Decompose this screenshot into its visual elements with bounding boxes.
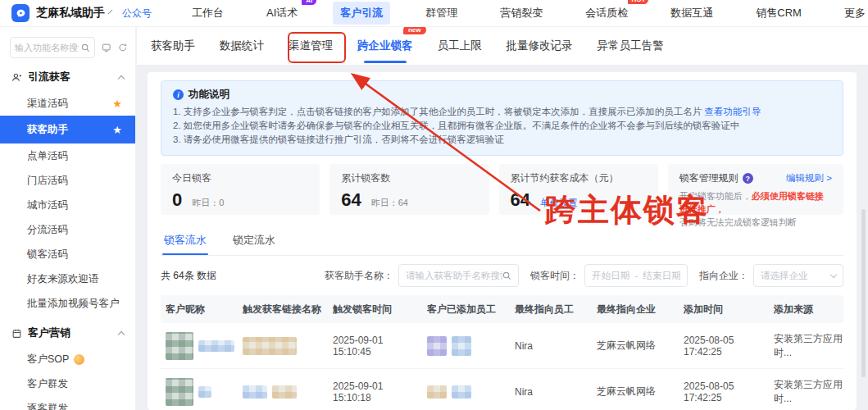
final-company: 芝麻云帆网络	[592, 339, 679, 353]
star-icon[interactable]: ★	[112, 98, 122, 110]
chevron-down-icon	[830, 271, 837, 277]
hot-badge: HOT	[628, 0, 648, 4]
brand-caret-icon[interactable]	[108, 10, 113, 15]
sidebar-section-acquisition[interactable]: 引流获客	[0, 63, 135, 91]
tab-batch-modify-records[interactable]: 批量修改记录	[507, 34, 573, 58]
filter-bar: 共 64条 数据 获客助手名称： 锁客时间： 指向企业： 请选择企业	[161, 264, 843, 287]
col-added-staff: 客户已添加员工	[422, 303, 510, 317]
col-add-time: 添加时间	[679, 303, 769, 317]
nav-marketing-fission[interactable]: 营销裂变	[493, 2, 550, 25]
date-range-picker[interactable]	[584, 264, 688, 287]
nav-more[interactable]: 更多	[837, 2, 868, 25]
stat-card-today-locked: 今日锁客 0昨日：0	[161, 164, 320, 215]
filter-label: 锁客时间：	[530, 269, 579, 283]
calendar-icon	[11, 328, 22, 339]
question-badge-icon[interactable]: ?	[743, 173, 753, 184]
date-range-input[interactable]	[592, 271, 680, 280]
sidebar-item-acquisition-assistant[interactable]: 获客助手★	[0, 116, 135, 144]
add-source: 安装第三方应用时...	[769, 332, 843, 360]
vertical-scrollbar[interactable]	[861, 209, 866, 377]
added-staff-blur	[452, 336, 471, 356]
subtab-locked-flow[interactable]: 锁定流水	[231, 228, 277, 255]
chevron-up-icon	[118, 75, 125, 81]
sidebar-search-row	[10, 37, 127, 58]
assistant-name-input[interactable]	[406, 271, 502, 280]
assistant-name-search-box[interactable]	[398, 264, 519, 287]
feature-guide-link[interactable]: 查看功能引导	[705, 107, 761, 116]
sidebar-item-customer-broadcast[interactable]: 客户群发	[0, 371, 135, 396]
nav-customer-acquisition[interactable]: 客户引流	[333, 2, 390, 25]
top-navigation-bar: 芝麻私域助手 公众号 工作台 AI话术AI 客户引流 群管理 营销裂变 会话质检…	[0, 0, 868, 27]
table-row[interactable]: 2025-09-01 15:10:45 Nira 芝麻云帆网络 2025-08-…	[161, 323, 843, 369]
sidebar-item-split-code[interactable]: 分流活码	[0, 217, 135, 242]
sidebar-item-batch-video-customer[interactable]: 批量添加视频号客户	[0, 291, 135, 316]
table-row[interactable]: 2025-09-01 15:10:18 Nira 芝麻云帆网络 2025-08-…	[161, 369, 843, 410]
sidebar-item-friend-welcome[interactable]: 好友来源欢迎语	[0, 266, 135, 291]
sidebar-item-channel-code[interactable]: 渠道活码★	[0, 91, 135, 116]
tab-data-statistics[interactable]: 数据统计	[220, 34, 264, 58]
subtab-lock-flow[interactable]: 锁客流水	[162, 228, 208, 255]
app-logo-icon	[11, 4, 30, 22]
link-name-blur	[272, 385, 297, 399]
feature-notice-box: i 功能说明 1. 支持多企业参与锁客判定，点击锁客链接的客户如添加了其他企业的…	[161, 80, 843, 156]
tab-cross-enterprise-lock[interactable]: 跨企业锁客new	[357, 34, 413, 58]
flow-subtabs: 锁客流水 锁定流水	[161, 228, 843, 256]
unit-price-setting-link[interactable]: 单价设置	[540, 197, 578, 209]
nav-ai-scripts[interactable]: AI话术AI	[259, 2, 305, 25]
stat-label: 累计节约获客成本（元）	[511, 171, 647, 185]
info-icon: i	[173, 89, 184, 100]
select-placeholder: 请选择企业	[761, 270, 808, 282]
stat-card-total-locked: 累计锁客数 64昨日：64	[329, 164, 489, 215]
link-name-blur	[243, 385, 267, 399]
stat-yesterday: 昨日：0	[192, 197, 224, 209]
nav-chat-inspection[interactable]: 会话质检HOT	[578, 2, 635, 25]
stat-card-saved-cost: 累计节约获客成本（元） 64单价设置	[499, 164, 658, 215]
sidebar-item-lock-code[interactable]: 锁客活码	[0, 242, 135, 266]
sidebar-item-city-code[interactable]: 城市活码	[0, 193, 135, 217]
added-staff-blur	[427, 385, 447, 399]
nav-sales-crm[interactable]: 销售CRM	[748, 2, 809, 25]
history-icon[interactable]	[118, 42, 128, 53]
collapse-panel-icon[interactable]	[102, 42, 111, 53]
filter-lock-time: 锁客时间：	[530, 264, 688, 287]
customer-nickname-blur	[198, 340, 234, 352]
tab-staff-limit[interactable]: 员工上限	[438, 34, 482, 58]
sidebar-item-customer-sop[interactable]: 客户SOP	[0, 347, 135, 371]
section-title: 引流获客	[28, 70, 70, 84]
notice-title: 功能说明	[189, 88, 229, 102]
chevron-up-icon	[118, 330, 125, 337]
lock-rules-card: 锁客管理规则 ? 编辑规则 > 开启锁客功能后，必须使用锁客链接进行推广， 否则…	[668, 164, 843, 215]
public-account-link[interactable]: 公众号	[122, 7, 152, 20]
nav-data-interchange[interactable]: 数据互通	[663, 2, 720, 25]
person-icon	[11, 72, 22, 83]
col-trigger-link-name: 触发获客链接名称	[238, 303, 328, 317]
tab-abnormal-staff-alert[interactable]: 异常员工告警	[598, 34, 664, 58]
sidebar-item-chase-broadcast[interactable]: 逐客群发	[0, 396, 135, 410]
col-final-staff: 最终指向员工	[510, 303, 592, 317]
stats-row: 今日锁客 0昨日：0 累计锁客数 64昨日：64 累计节约获客成本（元） 64单…	[161, 164, 843, 215]
sidebar-item-order-code[interactable]: 点单活码	[0, 144, 135, 168]
star-icon[interactable]: ★	[112, 124, 122, 136]
rules-text: 开启锁客功能后，必须使用锁客链接进行推广， 否则将无法完成锁客逻辑判断	[679, 189, 832, 229]
stat-yesterday: 昨日：64	[371, 197, 408, 209]
sidebar-item-store-code[interactable]: 门店活码	[0, 168, 135, 193]
col-trigger-lock-time: 触发锁客时间	[328, 303, 422, 317]
nav-workbench[interactable]: 工作台	[184, 2, 231, 25]
stat-value: 64	[341, 189, 361, 211]
edit-rules-link[interactable]: 编辑规则 >	[786, 172, 832, 184]
search-icon	[81, 43, 90, 52]
final-staff: Nira	[510, 340, 592, 352]
final-staff: Nira	[510, 386, 592, 398]
function-search-input[interactable]	[15, 43, 79, 52]
sidebar-section-marketing[interactable]: 客户营销	[0, 319, 135, 347]
company-select[interactable]: 请选择企业	[753, 264, 843, 287]
filter-label: 获客助手名称：	[325, 269, 393, 283]
customer-avatar	[166, 378, 193, 406]
sop-emoji-icon	[74, 354, 84, 365]
notice-line-2: 2. 如您使用多企业锁客时请务必确保参与锁客的企业相互关联，且都拥有微客企业版。…	[173, 119, 831, 133]
tab-acquisition-assistant[interactable]: 获客助手	[151, 34, 195, 58]
function-search-box[interactable]	[10, 37, 95, 58]
nav-group-management[interactable]: 群管理	[418, 2, 465, 25]
tab-channel-management[interactable]: 渠道管理	[289, 34, 333, 58]
primary-nav: 工作台 AI话术AI 客户引流 群管理 营销裂变 会话质检HOT 数据互通 销售…	[184, 2, 868, 25]
